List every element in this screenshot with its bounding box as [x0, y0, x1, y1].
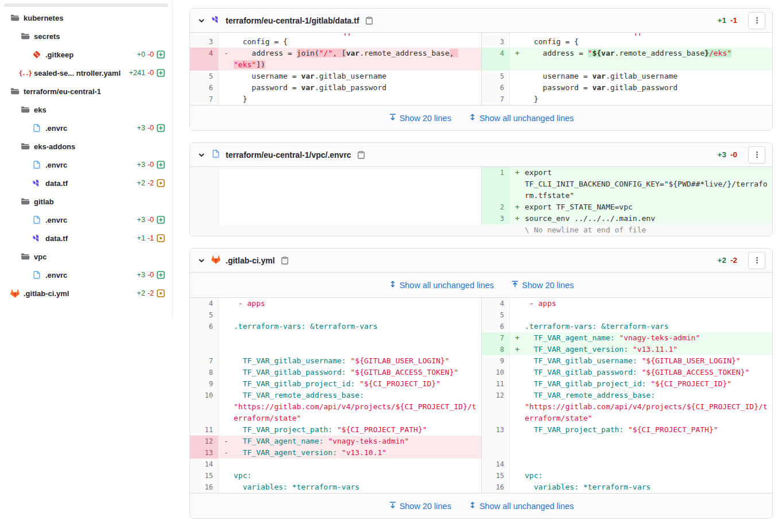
removed-lines-count: -0: [148, 124, 154, 132]
new-line-number[interactable]: 4: [481, 298, 510, 309]
diff-sign: -: [224, 48, 229, 59]
tree-item[interactable]: vpc: [0, 247, 171, 266]
file-tree: kubernetessecrets.gitkeep+0-0{..}sealed-…: [0, 9, 171, 302]
chevron-down-icon[interactable]: [197, 256, 206, 265]
new-line-number[interactable]: 4: [481, 48, 510, 71]
old-line-number[interactable]: 11: [190, 424, 219, 436]
old-line-number[interactable]: 9: [190, 378, 219, 390]
new-line-number[interactable]: 7: [481, 94, 510, 105]
new-line-number[interactable]: 11: [481, 378, 510, 390]
old-line-number[interactable]: [190, 167, 219, 201]
old-line-number[interactable]: 7: [190, 355, 219, 367]
tree-scrollbar[interactable]: [4, 3, 168, 7]
old-line-number[interactable]: 4: [190, 48, 219, 71]
old-line-number[interactable]: 10: [190, 390, 219, 424]
code-token: [525, 391, 534, 399]
code-token: [655, 391, 660, 399]
chevron-down-icon[interactable]: [197, 150, 206, 160]
new-line-number[interactable]: 3: [481, 213, 510, 224]
old-line-number[interactable]: 3: [190, 36, 219, 48]
new-line-number[interactable]: 5: [481, 309, 510, 321]
old-line-number[interactable]: [190, 332, 219, 344]
expand-0-link[interactable]: Show 20 lines: [389, 501, 451, 511]
old-line-number[interactable]: 6: [190, 321, 219, 332]
tree-item[interactable]: eks-addons: [0, 137, 171, 156]
new-line-number[interactable]: [481, 447, 510, 459]
old-line-number[interactable]: 7: [190, 94, 219, 105]
new-line-number[interactable]: 16: [481, 481, 510, 493]
new-line-number[interactable]: 9: [481, 355, 510, 367]
old-line-number[interactable]: [190, 213, 219, 224]
diff-row: 5 username = var.gitlab_username5 userna…: [190, 71, 772, 82]
old-line-number[interactable]: 5: [190, 309, 219, 321]
new-line-number[interactable]: 10: [481, 367, 510, 378]
code-line: TF_VAR_project_path: "${CI_PROJECT_PATH}…: [219, 424, 481, 436]
tree-item[interactable]: secrets: [0, 27, 171, 45]
tree-item-label: eks-addons: [34, 142, 75, 151]
expand-0-link[interactable]: Show all unchanged lines: [389, 280, 494, 290]
copy-path-button[interactable]: [357, 150, 366, 160]
new-line-number[interactable]: 7: [481, 332, 510, 344]
code-token: var: [592, 83, 605, 92]
tree-item[interactable]: terraform/eu-central-1: [0, 82, 171, 100]
tree-item[interactable]: .gitkeep+0-0: [0, 45, 171, 64]
old-line-number[interactable]: 12: [190, 436, 219, 447]
new-line-number[interactable]: 3: [481, 36, 510, 48]
new-line-number[interactable]: 13: [481, 424, 510, 436]
new-line-number[interactable]: 8: [481, 344, 510, 355]
tree-item[interactable]: kubernetes: [0, 9, 171, 27]
copy-path-button[interactable]: [365, 16, 374, 25]
expand-1-link[interactable]: Show 20 lines: [511, 280, 574, 290]
old-line-number[interactable]: 15: [190, 470, 219, 481]
expand-1-link[interactable]: Show all unchanged lines: [469, 501, 574, 511]
new-line-number[interactable]: 14: [481, 459, 510, 470]
tree-item[interactable]: data.tf+1-1: [0, 229, 171, 247]
code-token: [288, 483, 292, 491]
tree-item[interactable]: {..}sealed-se... ntroller.yaml+241-0: [0, 64, 171, 82]
old-line-number[interactable]: 14: [190, 459, 219, 470]
added-lines-count: +3: [718, 150, 726, 159]
options-menu-button[interactable]: [748, 252, 765, 269]
new-line-number[interactable]: 15: [481, 470, 510, 481]
new-line-number[interactable]: 6: [481, 82, 510, 94]
old-line-number[interactable]: [190, 201, 219, 213]
tree-item[interactable]: .gitlab-ci.yml+2-2: [0, 284, 171, 302]
expand-0-link[interactable]: Show 20 lines: [389, 113, 451, 123]
file-path[interactable]: terraform/eu-central-1/vpc/.envrc: [226, 150, 351, 160]
options-menu-button[interactable]: [748, 146, 765, 164]
file-path[interactable]: .gitlab-ci.yml: [226, 256, 275, 265]
new-line-number[interactable]: 12: [481, 390, 510, 424]
new-line-number[interactable]: 5: [481, 71, 510, 82]
new-line-number[interactable]: 1: [481, 167, 510, 201]
chevron-down-icon[interactable]: [197, 16, 206, 25]
file-path[interactable]: terraform/eu-central-1/gitlab/data.tf: [226, 16, 359, 25]
expand-both-icon: [469, 113, 477, 123]
new-line-number[interactable]: 2: [481, 201, 510, 213]
copy-path-button[interactable]: [280, 256, 289, 265]
old-line-number[interactable]: 6: [190, 82, 219, 94]
code-token: join(: [297, 49, 319, 57]
tree-item-label: data.tf: [45, 234, 68, 243]
code-token: address =: [525, 49, 588, 57]
old-line-number[interactable]: [190, 344, 219, 355]
tree-item[interactable]: .envrc+3-0: [0, 119, 171, 137]
expand-1-link[interactable]: Show all unchanged lines: [469, 113, 574, 123]
old-line-number[interactable]: 8: [190, 367, 219, 378]
tree-item[interactable]: .envrc+3-0: [0, 156, 171, 174]
new-line-number[interactable]: 6: [481, 321, 510, 332]
diff-file-panel: .gitlab-ci.yml+2-2Show all unchanged lin…: [189, 248, 773, 519]
tree-item[interactable]: gitlab: [0, 192, 171, 211]
tree-item[interactable]: data.tf+2-2: [0, 174, 171, 192]
tree-item[interactable]: .envrc+3-0: [0, 266, 171, 284]
tree-item[interactable]: eks: [0, 100, 171, 119]
diff-row: 15vpc:15vpc:: [190, 470, 772, 481]
folder-icon: [10, 87, 20, 96]
old-line-number[interactable]: 5: [190, 71, 219, 82]
code-line: [510, 459, 772, 470]
old-line-number[interactable]: 16: [190, 481, 219, 493]
new-line-number[interactable]: [481, 436, 510, 447]
old-line-number[interactable]: 4: [190, 298, 219, 309]
tree-item[interactable]: .envrc+3-0: [0, 211, 171, 229]
options-menu-button[interactable]: [748, 12, 765, 29]
old-line-number[interactable]: 13: [190, 447, 219, 459]
